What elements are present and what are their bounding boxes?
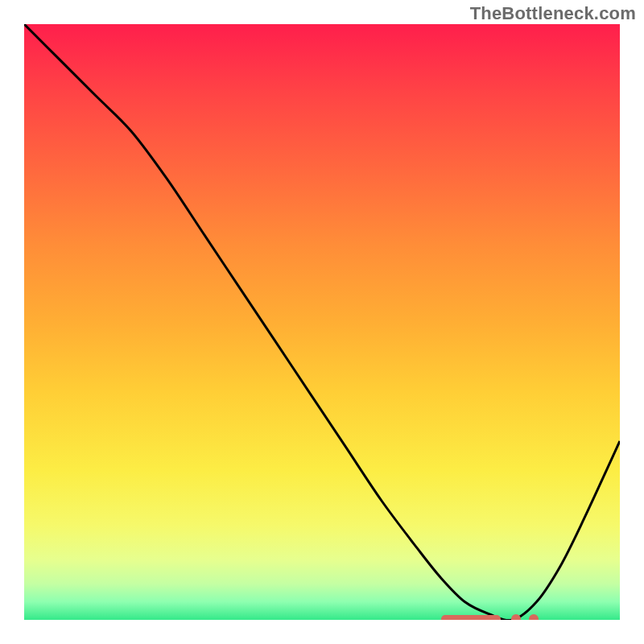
optimal-point-dot [511, 614, 521, 620]
watermark-text: TheBottleneck.com [470, 3, 636, 24]
optimal-point-dot [529, 614, 539, 620]
optimal-range-bar [441, 615, 501, 620]
bottleneck-curve [24, 24, 620, 620]
chart-plot-area [24, 24, 620, 620]
curve-path [24, 24, 620, 620]
